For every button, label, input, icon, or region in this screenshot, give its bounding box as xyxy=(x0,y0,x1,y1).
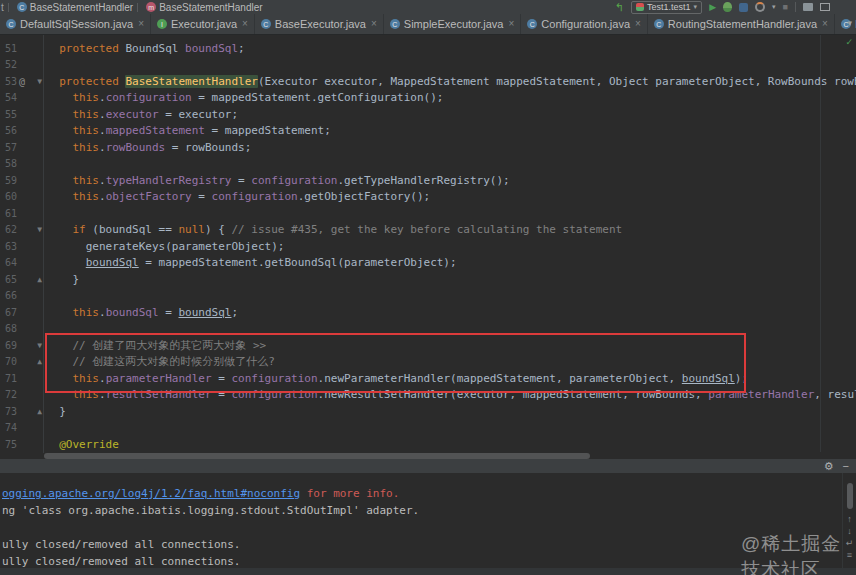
code-token: = rowBounds; xyxy=(165,141,251,154)
code-line-66[interactable]: 66 xyxy=(0,288,856,305)
tool-window-icon[interactable] xyxy=(820,3,830,11)
minimize-icon[interactable]: − xyxy=(843,461,849,472)
code-line-59[interactable]: 59 this.typeHandlerRegistry = configurat… xyxy=(0,173,856,190)
gear-icon[interactable]: ⚙ xyxy=(824,461,834,472)
fold-up-icon[interactable]: ▲ xyxy=(37,272,42,289)
line-number: 57 xyxy=(5,142,17,153)
junit-icon xyxy=(636,3,644,11)
gutter: 63 xyxy=(0,239,44,256)
code-line-62[interactable]: 62▼ if (boundSql == null) { // issue #43… xyxy=(0,222,856,239)
code-token xyxy=(46,372,73,385)
code-line-51[interactable]: 51 protected BoundSql boundSql; xyxy=(0,41,856,58)
fold-up-icon[interactable]: ▲ xyxy=(37,354,42,371)
breadcrumb-class[interactable]: C BaseStatementHandler xyxy=(17,2,133,13)
chevron-down-icon[interactable]: ▾ xyxy=(772,3,776,11)
code-line-52[interactable]: 52 xyxy=(0,57,856,74)
gutter: 68 xyxy=(0,321,44,338)
code-line-54[interactable]: 54 this.configuration = mappedStatement.… xyxy=(0,90,856,107)
gutter: 56 xyxy=(0,123,44,140)
code-token xyxy=(46,141,73,154)
editor-tab-configuration-java[interactable]: CConfiguration.java× xyxy=(521,14,648,34)
code-text: this.resultSetHandler = configuration.ne… xyxy=(44,387,856,404)
editor-tab-simpleexecutor-java[interactable]: CSimpleExecutor.java× xyxy=(384,14,522,34)
debug-button[interactable] xyxy=(723,2,732,12)
breadcrumb-method[interactable]: m BaseStatementHandler xyxy=(146,2,262,13)
breadcrumb-bar: t C BaseStatementHandler m BaseStatement… xyxy=(0,0,856,14)
run-button[interactable]: ▶ xyxy=(709,2,716,12)
code-line-60[interactable]: 60 this.objectFactory = configuration.ge… xyxy=(0,189,856,206)
vertical-scrollbar-thumb[interactable] xyxy=(847,483,853,509)
code-line-68[interactable]: 68 xyxy=(0,321,856,338)
breadcrumb-label: BaseStatementHandler xyxy=(159,2,262,13)
code-line-72[interactable]: 72 this.resultSetHandler = configuration… xyxy=(0,387,856,404)
close-icon[interactable]: × xyxy=(635,19,641,29)
code-line-56[interactable]: 56 this.mappedStatement = mappedStatemen… xyxy=(0,123,856,140)
close-icon[interactable]: × xyxy=(371,19,377,29)
code-token: boundSql xyxy=(106,306,159,319)
code-line-55[interactable]: 55 this.executor = executor; xyxy=(0,107,856,124)
inspections-ok-check-icon[interactable]: ✓ xyxy=(845,37,853,47)
code-text: generateKeys(parameterObject); xyxy=(44,239,284,256)
fold-down-icon[interactable]: ▼ xyxy=(37,338,42,355)
code-line-73[interactable]: 73▲ } xyxy=(0,404,856,421)
gutter: 75 xyxy=(0,437,44,454)
line-number: 54 xyxy=(5,92,17,103)
code-line-69[interactable]: 69▼ // 创建了四大对象的其它两大对象 >> xyxy=(0,338,856,355)
code-line-58[interactable]: 58 xyxy=(0,156,856,173)
code-line-67[interactable]: 67 this.boundSql = boundSql; xyxy=(0,305,856,322)
class-icon: C xyxy=(261,19,271,29)
code-token: .getTypeHandlerRegistry(); xyxy=(337,174,509,187)
code-line-61[interactable]: 61 xyxy=(0,206,856,223)
editor-tab-routingstatementhandler-java[interactable]: CRoutingStatementHandler.java× xyxy=(648,14,835,34)
fold-up-icon[interactable]: ▲ xyxy=(37,404,42,421)
editor-tab-defaultsqlsession-java[interactable]: CDefaultSqlSession.java× xyxy=(0,14,151,34)
code-text: @Override xyxy=(44,437,119,454)
tab-overflow-chevron-icon[interactable]: ▾ xyxy=(847,18,852,28)
code-line-65[interactable]: 65▲ } xyxy=(0,272,856,289)
profiler-button[interactable] xyxy=(755,2,765,12)
gutter: 52 xyxy=(0,57,44,74)
code-line-57[interactable]: 57 this.rowBounds = rowBounds; xyxy=(0,140,856,157)
navigate-back-icon[interactable]: ↰ xyxy=(615,2,624,12)
folder-icon[interactable] xyxy=(803,3,813,11)
fold-down-icon[interactable]: ▼ xyxy=(37,74,42,91)
console-text: for more info. xyxy=(300,487,399,500)
code-text: this.mappedStatement = mappedStatement; xyxy=(44,123,331,140)
code-line-70[interactable]: 70▲ // 创建这两大对象的时候分别做了什么? xyxy=(0,354,856,371)
close-icon[interactable]: × xyxy=(242,19,248,29)
run-console[interactable]: ogging.apache.org/log4j/1.2/faq.html#noc… xyxy=(0,473,842,568)
code-token: @Override xyxy=(59,438,119,451)
close-icon[interactable]: × xyxy=(509,19,515,29)
ide-window: { "colors": { "annotation_red": "#dc3b3b… xyxy=(0,0,856,575)
close-icon[interactable]: × xyxy=(822,19,828,29)
up-arrow-icon[interactable]: ↑ xyxy=(847,514,852,524)
code-token: this xyxy=(73,174,100,187)
editor-tab-executor-java[interactable]: IExecutor.java× xyxy=(151,14,255,34)
run-configuration-select[interactable]: Test1.test1 ▾ xyxy=(631,1,702,14)
code-token xyxy=(46,256,86,269)
line-number: 75 xyxy=(5,439,17,450)
fold-down-icon[interactable]: ▼ xyxy=(37,222,42,239)
code-token: . xyxy=(99,174,106,187)
tab-label: Configuration.java xyxy=(541,18,630,30)
code-line-53[interactable]: 53@▼ protected BaseStatementHandler(Exec… xyxy=(0,74,856,91)
console-link[interactable]: ogging.apache.org/log4j/1.2/faq.html#noc… xyxy=(2,487,300,500)
gutter: 61 xyxy=(0,206,44,223)
code-line-74[interactable]: 74 xyxy=(0,420,856,437)
gutter: 69▼ xyxy=(0,338,44,355)
code-editor[interactable]: 5051 protected BoundSql boundSql;5253@▼ … xyxy=(0,35,856,460)
code-text: // 创建这两大对象的时候分别做了什么? xyxy=(44,354,275,371)
coverage-button[interactable] xyxy=(739,3,748,12)
chevron-down-icon: ▾ xyxy=(694,3,698,11)
status-bar-strip xyxy=(0,568,856,575)
code-line-63[interactable]: 63 generateKeys(parameterObject); xyxy=(0,239,856,256)
code-line-64[interactable]: 64 boundSql = mappedStatement.getBoundSq… xyxy=(0,255,856,272)
stop-button-disabled: ■ xyxy=(783,2,788,12)
editor-tab-baseexecutor-java[interactable]: CBaseExecutor.java× xyxy=(255,14,384,34)
code-token xyxy=(46,174,73,187)
code-line-71[interactable]: 71 this.parameterHandler = configuration… xyxy=(0,371,856,388)
close-icon[interactable]: × xyxy=(138,19,144,29)
editor-tab-preparedstatementhandler-java[interactable]: CPreparedStatementHandler.java× xyxy=(835,14,856,34)
code-token: ; xyxy=(231,306,238,319)
code-line-75[interactable]: 75 @Override xyxy=(0,437,856,454)
